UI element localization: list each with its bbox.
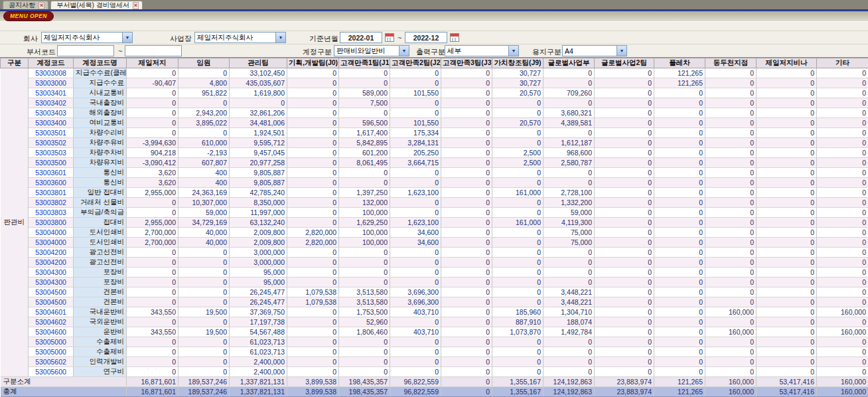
account-name-cell[interactable]: 견본비	[74, 287, 127, 297]
account-name-cell[interactable]: 포장비	[74, 278, 127, 287]
account-name-cell[interactable]: 부의금/축의금	[74, 208, 127, 218]
column-header[interactable]: 동두천지점	[705, 58, 757, 68]
account-name-cell[interactable]: 도서인쇄비	[74, 238, 127, 248]
account-code-cell[interactable]: 53003500	[29, 158, 74, 168]
account-code-cell[interactable]: 53004000	[29, 228, 74, 238]
account-name-cell[interactable]: 인력개발비	[74, 357, 127, 367]
account-code-cell[interactable]: 53004500	[29, 297, 74, 307]
tab-expense-report[interactable]: 부서별(세목) 경비명세서 ×	[50, 1, 143, 9]
account-name-cell[interactable]: 통신비	[74, 168, 127, 178]
account-name-cell[interactable]: 거래처 선물비	[74, 198, 127, 208]
account-name-cell[interactable]: 여비교통비	[74, 118, 127, 128]
chevron-down-icon[interactable]: ▼	[399, 46, 409, 56]
chevron-down-icon[interactable]: ▼	[508, 46, 518, 56]
account-name-cell[interactable]: 포장비	[74, 268, 127, 278]
account-code-cell[interactable]: 53003601	[29, 168, 74, 178]
account-name-cell[interactable]: 일반 접대비	[74, 188, 127, 198]
account-type-select[interactable]: 판매비와일반비 ▼	[334, 45, 409, 56]
chevron-down-icon[interactable]: ▼	[616, 46, 626, 56]
column-header[interactable]: 글로벌사업2팀	[595, 58, 654, 68]
account-code-cell[interactable]: 53003802	[29, 198, 74, 208]
menu-open-button[interactable]: MENU OPEN	[3, 11, 54, 21]
account-name-cell[interactable]: 견본비	[74, 297, 127, 307]
column-header[interactable]: 플레차	[654, 58, 705, 68]
column-header[interactable]: 제일저지비나	[757, 58, 817, 68]
column-header[interactable]: 구분	[1, 58, 29, 68]
account-name-cell[interactable]: 통신비	[74, 178, 127, 188]
column-header[interactable]: 계정코드	[29, 58, 74, 68]
account-code-cell[interactable]: 53003803	[29, 208, 74, 218]
account-code-cell[interactable]: 53004601	[29, 307, 74, 317]
account-name-cell[interactable]: 국외운반비	[74, 317, 127, 327]
column-header[interactable]: 고객만족2팀(J2)	[390, 58, 441, 68]
account-name-cell[interactable]: 차량수리비	[74, 128, 127, 138]
calendar-icon[interactable]	[385, 33, 394, 42]
account-code-cell[interactable]: 53003402	[29, 98, 74, 108]
account-code-cell[interactable]: 53003000	[29, 78, 74, 88]
account-code-cell[interactable]: 53004602	[29, 317, 74, 327]
tab-notice[interactable]: 공지사항 ×	[3, 1, 48, 9]
account-code-cell[interactable]: 53003403	[29, 108, 74, 118]
account-code-cell[interactable]: 53005000	[29, 337, 74, 347]
account-name-cell[interactable]: 해외출장비	[74, 108, 127, 118]
chevron-down-icon[interactable]: ▼	[275, 33, 285, 42]
account-name-cell[interactable]: 차량주유비	[74, 138, 127, 148]
account-code-cell[interactable]: 53003008	[29, 68, 74, 78]
output-type-select[interactable]: 세부 ▼	[445, 45, 519, 56]
account-name-cell[interactable]: 운반비	[74, 327, 127, 337]
account-code-cell[interactable]: 53003400	[29, 118, 74, 128]
column-header[interactable]: 가치창조팀(J9)	[492, 58, 543, 68]
company-select[interactable]: 제일저지주식회사 ▼	[41, 32, 133, 43]
account-name-cell[interactable]: 국내운반비	[74, 307, 127, 317]
account-name-cell[interactable]: 접대비	[74, 218, 127, 228]
column-header[interactable]: 임원	[179, 58, 230, 68]
account-name-cell[interactable]: 지급수수료	[74, 78, 127, 88]
column-header[interactable]: 계정코드명	[74, 58, 127, 68]
account-name-cell[interactable]: 광고선전비	[74, 248, 127, 258]
account-name-cell[interactable]: 도서인쇄비	[74, 228, 127, 238]
calendar-icon[interactable]	[450, 33, 459, 42]
column-header[interactable]: 글로벌사업부	[543, 58, 595, 68]
column-header[interactable]: 기획,개발팀(J0)	[287, 58, 339, 68]
account-code-cell[interactable]: 53004300	[29, 278, 74, 287]
account-code-cell[interactable]: 53003401	[29, 88, 74, 98]
column-header[interactable]: 관리팀	[230, 58, 287, 68]
account-code-cell[interactable]: 53003801	[29, 188, 74, 198]
account-name-cell[interactable]: 지급수수료(클레임)	[74, 68, 127, 78]
account-name-cell[interactable]: 차량주차비	[74, 148, 127, 158]
close-icon[interactable]: ×	[133, 2, 139, 9]
dept-code-from-input[interactable]	[57, 45, 114, 56]
account-code-cell[interactable]: 53004500	[29, 287, 74, 297]
column-header[interactable]: 제일저지	[127, 58, 179, 68]
account-code-cell[interactable]: 53004200	[29, 258, 74, 268]
account-code-cell[interactable]: 53004000	[29, 238, 74, 248]
column-header[interactable]: 고객만족3팀(J3)	[441, 58, 492, 68]
account-code-cell[interactable]: 53003600	[29, 178, 74, 188]
account-name-cell[interactable]: 수출제비	[74, 347, 127, 357]
account-name-cell[interactable]: 국내출장비	[74, 98, 127, 108]
paper-type-select[interactable]: A4 ▼	[562, 45, 627, 56]
account-name-cell[interactable]: 연구비	[74, 367, 127, 377]
account-code-cell[interactable]: 53004300	[29, 268, 74, 278]
chevron-down-icon[interactable]: ▼	[122, 33, 132, 42]
account-name-cell[interactable]: 시내교통비	[74, 88, 127, 98]
account-name-cell[interactable]: 광고선전비	[74, 258, 127, 268]
account-code-cell[interactable]: 53005000	[29, 347, 74, 357]
account-code-cell[interactable]: 53005600	[29, 367, 74, 377]
account-name-cell[interactable]: 차량유지비	[74, 158, 127, 168]
period-to-input[interactable]: 2022-12	[405, 32, 447, 43]
account-code-cell[interactable]: 53003503	[29, 148, 74, 158]
column-header[interactable]: 고객만족1팀(J1)	[339, 58, 390, 68]
account-code-cell[interactable]: 53004600	[29, 327, 74, 337]
column-header[interactable]: 기타	[817, 58, 868, 68]
close-icon[interactable]: ×	[38, 2, 44, 9]
workplace-select[interactable]: 제일저지주식회사 ▼	[194, 32, 286, 43]
account-code-cell[interactable]: 53003502	[29, 138, 74, 148]
dept-code-to-input[interactable]	[125, 45, 182, 56]
account-name-cell[interactable]: 수출제비	[74, 337, 127, 347]
account-code-cell[interactable]: 53003800	[29, 218, 74, 228]
period-from-input[interactable]: 2022-01	[340, 32, 382, 43]
account-code-cell[interactable]: 53005602	[29, 357, 74, 367]
account-code-cell[interactable]: 53003501	[29, 128, 74, 138]
account-code-cell[interactable]: 53004200	[29, 248, 74, 258]
